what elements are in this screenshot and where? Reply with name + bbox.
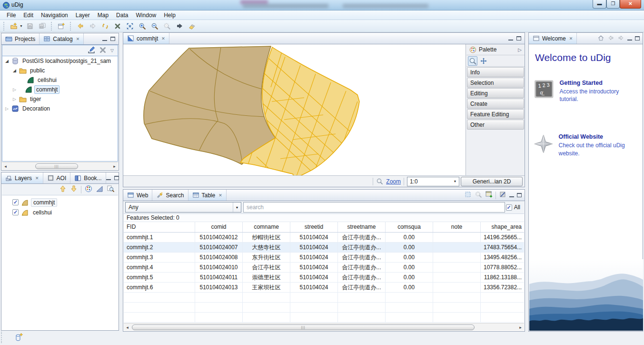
column-header-note[interactable]: note xyxy=(433,222,481,232)
maximize-view-icon[interactable] xyxy=(110,37,115,41)
toolbar-grip[interactable] xyxy=(3,22,5,30)
tree-expanded-icon[interactable]: ◢ xyxy=(12,68,17,73)
fastview-postgis-icon[interactable] xyxy=(14,333,24,344)
layer-visibility-checkbox[interactable]: ✓ xyxy=(12,199,19,205)
scale-combo[interactable]: 1:0 ▼ xyxy=(407,177,459,186)
scrollbar-thumb[interactable] xyxy=(132,325,475,330)
attribute-filter-combo[interactable]: Any ▼ xyxy=(125,202,241,213)
getting-started-item[interactable]: 1 2 3 α̲ Getting Started Access the intr… xyxy=(534,80,638,103)
tab-catalog[interactable]: Catalog ✕ xyxy=(40,33,84,44)
layer-item-cellshui[interactable]: ✓ cellshui xyxy=(2,207,118,217)
select-all-button[interactable] xyxy=(464,191,472,200)
forward-button[interactable] xyxy=(617,34,624,43)
column-header-comname[interactable]: comname xyxy=(243,222,290,232)
tree-item-decoration[interactable]: ▷ Decoration xyxy=(2,104,118,113)
toolbar-grip[interactable] xyxy=(51,22,53,30)
remove-button[interactable] xyxy=(99,46,107,55)
menu-edit[interactable]: Edit xyxy=(20,11,37,20)
minimize-view-icon[interactable] xyxy=(508,37,513,41)
zoom-extent-button[interactable] xyxy=(125,21,135,31)
close-icon[interactable]: ✕ xyxy=(35,176,39,181)
scroll-right-icon[interactable]: ▸ xyxy=(517,325,524,330)
forward-button[interactable] xyxy=(88,21,98,31)
tree-item-commhjt[interactable]: ▷ commhjt xyxy=(2,85,118,94)
maximize-view-icon[interactable] xyxy=(517,193,522,197)
view-menu-icon[interactable]: ▽ xyxy=(110,48,114,53)
table-row[interactable]: commhjt.1510104024012纱帽街社区510104024合江亭街道… xyxy=(124,233,524,243)
maximize-view-icon[interactable] xyxy=(635,36,640,41)
apply-button[interactable] xyxy=(174,21,185,31)
maximize-view-icon[interactable] xyxy=(114,176,119,180)
fastview-grip[interactable] xyxy=(1,332,3,343)
zoom-tool-button[interactable] xyxy=(468,56,477,66)
close-icon[interactable]: ✕ xyxy=(76,37,80,41)
back-button[interactable] xyxy=(607,34,614,43)
zoom-in-button[interactable] xyxy=(137,21,148,31)
table-horizontal-scrollbar[interactable]: ◂ ▸ xyxy=(124,323,524,331)
minimize-view-icon[interactable] xyxy=(627,37,632,41)
save-all-button[interactable] xyxy=(37,21,48,31)
palette-section-selection[interactable]: Selection xyxy=(467,78,524,88)
titlebar[interactable]: uDig ▬ ❐ ✕ xyxy=(0,0,644,10)
eraser-button[interactable] xyxy=(187,21,197,31)
minimize-view-icon[interactable] xyxy=(509,193,514,197)
scrollbar-thumb[interactable] xyxy=(35,163,78,169)
tab-web[interactable]: Web xyxy=(123,190,152,201)
column-header-shape-area[interactable]: shape_area xyxy=(481,222,524,232)
table-row[interactable]: commhjt.3510104024008东升街社区510104024合江亭街道… xyxy=(124,253,524,263)
toolbar-grip[interactable] xyxy=(70,22,72,30)
map-canvas[interactable] xyxy=(123,44,466,176)
refresh-button[interactable] xyxy=(100,21,110,31)
window-restore-button[interactable]: ❐ xyxy=(606,0,620,9)
column-header-comsqua[interactable]: comsqua xyxy=(386,222,433,232)
menu-map[interactable]: Map xyxy=(94,11,112,20)
table-row[interactable]: commhjt.4510104024010合江亭社区510104024合江亭街道… xyxy=(124,263,524,273)
move-up-button[interactable] xyxy=(59,185,67,194)
projection-button[interactable]: Generi...ian 2D xyxy=(461,177,523,186)
menu-layer[interactable]: Layer xyxy=(72,11,94,20)
tree-item-postgis[interactable]: ◢ PostGIS localhost/postgis_21_sam xyxy=(2,56,118,66)
palette-header[interactable]: Palette ▷ xyxy=(466,44,525,55)
close-icon[interactable]: ✕ xyxy=(569,36,573,41)
column-header-fid[interactable]: FID xyxy=(124,222,195,232)
column-header-streetname[interactable]: streetname xyxy=(338,222,386,232)
scroll-right-icon[interactable]: ▸ xyxy=(111,164,118,169)
window-close-button[interactable]: ✕ xyxy=(620,0,641,9)
menu-file[interactable]: File xyxy=(3,11,20,20)
tab-search[interactable]: Search xyxy=(152,190,188,201)
zoom-to-layer-button[interactable] xyxy=(107,185,114,194)
getting-started-title[interactable]: Getting Started xyxy=(560,80,638,86)
tree-collapsed-icon[interactable]: ▷ xyxy=(4,106,10,111)
tab-projects[interactable]: Projects xyxy=(1,33,40,44)
menu-data[interactable]: Data xyxy=(112,11,132,20)
zoom-selection-button[interactable] xyxy=(162,21,172,31)
delete-button[interactable] xyxy=(112,21,123,31)
table-row[interactable]: commhjt.5510104024011崇德里社区510104024合江亭街道… xyxy=(124,273,524,283)
table-row[interactable]: commhjt.6510104024013王家坝社区510104024合江亭街道… xyxy=(124,283,524,293)
tab-table[interactable]: Table ✕ xyxy=(188,190,227,201)
back-button[interactable] xyxy=(75,21,86,31)
palette-section-other[interactable]: Other xyxy=(467,120,524,130)
add-column-button[interactable] xyxy=(485,191,493,200)
palette-section-editing[interactable]: Editing xyxy=(467,88,524,98)
scroll-left-icon[interactable]: ◂ xyxy=(124,325,131,330)
tab-bookmarks[interactable]: Book... xyxy=(70,172,106,183)
official-website-item[interactable]: Official Website Check out the official … xyxy=(534,133,638,157)
layer-item-commhjt[interactable]: ✓ commhjt xyxy=(2,197,118,207)
zoom-scale-link[interactable]: Zoom xyxy=(386,178,401,185)
column-header-comid[interactable]: comid xyxy=(195,222,243,232)
zoom-out-button[interactable] xyxy=(149,21,160,31)
new-layer-button[interactable] xyxy=(56,21,67,31)
move-down-button[interactable] xyxy=(70,185,78,194)
dropdown-icon[interactable]: ▼ xyxy=(451,180,459,183)
new-map-dropdown-icon[interactable]: ▼ xyxy=(20,24,23,28)
deselect-button[interactable] xyxy=(499,191,506,200)
palette-section-create[interactable]: Create xyxy=(467,99,524,109)
tree-item-public[interactable]: ◢ public xyxy=(2,66,118,75)
dropdown-icon[interactable]: ▼ xyxy=(233,203,241,212)
catalog-horizontal-scrollbar[interactable]: ◂ ▸ xyxy=(2,162,118,170)
table-search-input[interactable] xyxy=(243,202,505,213)
style-button[interactable] xyxy=(96,185,103,194)
palette-button[interactable] xyxy=(85,185,92,194)
menu-navigation[interactable]: Navigation xyxy=(37,11,72,20)
